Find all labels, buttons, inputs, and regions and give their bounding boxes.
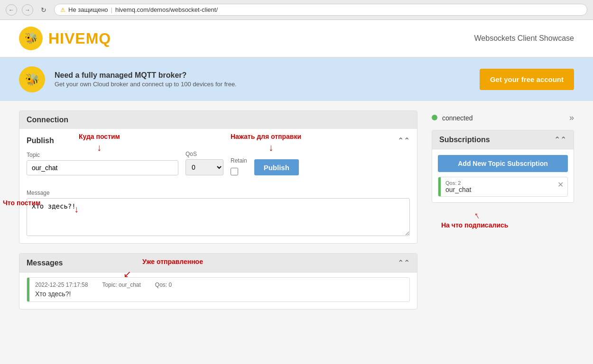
topic-area: Куда постим ↓ Нажать для отправки ↓ Topi… [27,151,410,175]
annotation-what-to-post: Что постим [3,199,40,207]
message-topic: Topic: our_chat [102,282,140,288]
retain-group: Retain [231,157,247,175]
refresh-button[interactable]: ↻ [38,4,49,16]
message-group: Message Хто здесь?! [27,190,410,236]
message-qos: Qos: 0 [155,282,172,288]
address-bar: ⚠ Не защищено | hivemq.com/demos/websock… [54,4,587,16]
arrow-subscribed-to: ↑ [472,209,482,221]
banner-text: Need a fully managed MQTT broker? Get yo… [55,71,470,88]
connection-status: connected » [432,110,574,125]
main-content: Connection Publish ⌃⌃ Куда постим ↓ Нажа… [0,101,593,319]
arrow-down-send: ↓ [269,142,273,153]
retain-label: Retain [231,157,247,164]
message-meta: 2022-12-25 17:17:58 Topic: our_chat Qos:… [35,282,404,288]
back-button[interactable]: ← [6,4,17,16]
left-panel: Connection Publish ⌃⌃ Куда постим ↓ Нажа… [19,110,417,309]
get-free-account-button[interactable]: Get your free account [480,69,574,90]
topic-group: Topic [27,152,178,175]
message-content: 2022-12-25 17:17:58 Topic: our_chat Qos:… [29,278,409,301]
connection-collapse-button[interactable]: » [569,113,574,123]
status-label: connected [442,114,473,122]
banner-bee-icon: 🐝 [19,66,45,92]
security-label: Не защищено [68,6,108,13]
annotation-already-sent: Уже отправленное [142,258,203,265]
messages-title: Messages [27,259,63,267]
qos-label: QoS [185,151,223,157]
url-text: hivemq.com/demos/websocket-client/ [115,6,218,13]
promo-banner: 🐝 Need a fully managed MQTT broker? Get … [0,58,593,101]
subscriptions-header: Subscriptions ⌃⌃ [432,130,574,149]
messages-section: Messages ⌃⌃ 2022-12-25 17:17:58 Topic: o… [19,253,417,309]
annotation-subscribed-to: На что подписались [441,221,508,229]
header-subtitle: Websockets Client Showcase [474,34,574,43]
connection-publish-wrapper: Connection Publish ⌃⌃ Куда постим ↓ Нажа… [19,110,417,244]
app-header: 🐝 HIVEMQ Websockets Client Showcase [0,20,593,58]
banner-heading: Need a fully managed MQTT broker? [55,71,186,79]
message-label: Message [27,190,410,196]
status-indicator: connected [432,114,473,122]
status-dot-icon [432,115,437,120]
topic-row: Topic QoS 0 1 2 [27,151,410,175]
logo-text: HIVEMQ [48,30,111,47]
subscriptions-wrapper: На что подписались ↑ Subscriptions ⌃⌃ Ad… [432,130,574,203]
message-text: Хто здесь?! [35,290,404,298]
retain-checkbox[interactable] [231,168,238,175]
publish-button[interactable]: Publish [254,159,299,175]
forward-button[interactable]: → [22,4,33,16]
topic-label: Topic [27,152,178,158]
add-new-topic-subscription-button[interactable]: Add New Topic Subscription [438,155,568,172]
messages-collapse-button[interactable]: ⌃⌃ [398,258,410,267]
browser-chrome: ← → ↻ ⚠ Не защищено | hivemq.com/demos/w… [0,0,593,20]
arrow-down-message: ↓ [74,204,79,215]
publish-body: Publish ⌃⌃ Куда постим ↓ Нажать для отпр… [19,129,417,243]
arrow-already-sent: ↙ [123,268,131,280]
messages-header: Messages ⌃⌃ [19,254,417,273]
banner-description: Get your own Cloud broker and connect up… [55,81,470,88]
connection-section: Connection Publish ⌃⌃ Куда постим ↓ Нажа… [19,110,417,244]
publish-title: Publish [27,136,54,145]
subscriptions-panel: Subscriptions ⌃⌃ Add New Topic Subscript… [432,130,574,203]
qos-group: QoS 0 1 2 [185,151,223,175]
annotation-where-to-post: Куда постим [79,133,120,140]
separator: | [111,6,112,13]
connection-header: Connection [19,111,417,129]
subscription-content: Qos: 2 our_chat [441,177,554,196]
subscription-topic: our_chat [445,186,549,193]
qos-select[interactable]: 0 1 2 [185,159,223,175]
connection-title: Connection [27,116,68,124]
subscriptions-body: Add New Topic Subscription Qos: 2 our_ch… [432,149,574,202]
subscription-close-button[interactable]: ✕ [554,177,567,192]
subscriptions-title: Subscriptions [439,136,490,144]
subscription-item: Qos: 2 our_chat ✕ [438,177,568,197]
topic-input[interactable] [27,160,178,175]
messages-body: 2022-12-25 17:17:58 Topic: our_chat Qos:… [19,273,417,309]
lock-icon: ⚠ [60,7,65,13]
publish-collapse-button[interactable]: ⌃⌃ [398,136,410,145]
message-item: 2022-12-25 17:17:58 Topic: our_chat Qos:… [27,277,410,302]
messages-wrapper: Уже отправленное ↙ Messages ⌃⌃ 2022-12-2… [19,253,417,309]
message-textarea[interactable]: Хто здесь?! [27,198,410,236]
right-panel: connected » На что подписались ↑ Subscri… [432,110,574,309]
arrow-down-topic: ↓ [97,142,102,153]
subscription-qos: Qos: 2 [445,180,549,186]
subscriptions-collapse-button[interactable]: ⌃⌃ [554,135,566,144]
message-area: Что постим ↓ Message Хто здесь?! [27,190,410,236]
logo-area: 🐝 HIVEMQ [19,27,111,50]
logo-bee-icon: 🐝 [19,27,43,50]
annotation-send: Нажать для отправки [231,133,301,140]
message-timestamp: 2022-12-25 17:17:58 [35,282,88,288]
